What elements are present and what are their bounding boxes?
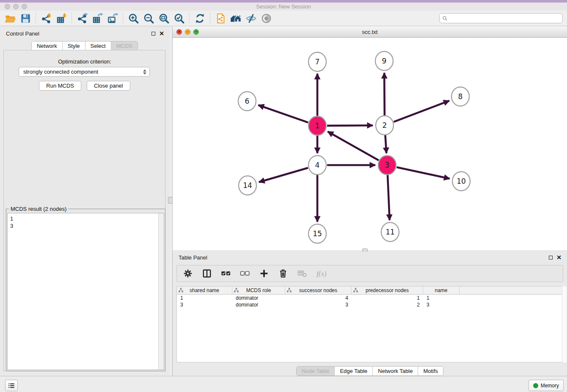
deselect-all-checks-button[interactable] <box>239 268 251 279</box>
column-header-shared-name[interactable]: shared name <box>177 287 232 294</box>
export-image-button[interactable] <box>105 11 120 25</box>
save-session-button[interactable] <box>18 11 33 25</box>
toggle-columns-icon <box>202 268 212 279</box>
zoom-fit-icon <box>158 13 170 24</box>
function-fx-disabled-button: f(x) <box>315 268 327 279</box>
import-table-button[interactable] <box>54 11 69 25</box>
tab-select[interactable]: Select <box>85 41 111 50</box>
graph-node-label: 10 <box>457 177 466 185</box>
column-header-successor-nodes[interactable]: successor nodes <box>285 287 352 294</box>
column-header-name[interactable]: name <box>423 287 460 294</box>
graph-node-label: 2 <box>383 121 387 130</box>
clone-network-icon <box>215 13 226 24</box>
clone-network-button[interactable] <box>213 11 228 25</box>
graph-edge-3-10[interactable] <box>396 167 449 179</box>
zoom-selected-button[interactable] <box>171 11 187 25</box>
svg-text:f(x): f(x) <box>317 270 326 278</box>
graph-node-label: 7 <box>315 58 320 66</box>
mcds-result-scrollbar[interactable] <box>158 213 164 370</box>
memory-status-icon <box>533 383 538 388</box>
table-row[interactable]: 3dominator323 <box>177 301 563 308</box>
toolbar-separator <box>36 12 36 24</box>
open-file-button[interactable] <box>3 11 18 25</box>
tab-network[interactable]: Network <box>32 41 63 50</box>
graph-edge-2-8[interactable] <box>394 101 449 122</box>
graph-edge-3-1[interactable] <box>328 132 379 160</box>
delete-rows-trash-icon <box>278 268 288 279</box>
graph-edge-2-3[interactable] <box>385 135 386 153</box>
vertical-splitter-handle[interactable] <box>168 197 173 204</box>
control-panel-title: Control Panel <box>6 30 39 37</box>
mcds-result-box[interactable]: 1 3 <box>7 213 164 370</box>
column-header-MCDS-role[interactable]: MCDS role <box>232 287 285 294</box>
table-cell: 3 <box>285 302 352 308</box>
home-button[interactable] <box>228 11 243 25</box>
mcds-result-group: MCDS result (2 nodes) 1 3 <box>6 209 165 371</box>
table-row[interactable]: 1dominator411 <box>177 295 563 301</box>
import-table-icon <box>56 13 67 24</box>
graph-edge-1-2[interactable] <box>327 125 373 126</box>
status-bar: Memory <box>0 376 567 392</box>
search-input[interactable] <box>449 15 562 22</box>
close-panel-button[interactable]: Close panel <box>87 81 130 91</box>
application-window: Session: New Session Control Panel ✕ Net… <box>0 0 567 392</box>
add-row-plus-icon <box>259 268 269 279</box>
export-network-button[interactable] <box>74 11 90 25</box>
zoom-fit-button[interactable] <box>156 11 171 25</box>
export-table-button[interactable] <box>90 11 105 25</box>
column-type-icon <box>234 288 239 293</box>
delete-table-disabled-button <box>296 268 308 279</box>
tab-node-table[interactable]: Node Table <box>297 367 335 375</box>
table-toolbar: f(x) <box>176 265 563 282</box>
network-view-titlebar: ✕ − + scc.txt <box>173 26 567 38</box>
apply-layout-button[interactable] <box>192 11 207 25</box>
delete-table-disabled-icon <box>297 268 307 279</box>
graph-edge-1-6[interactable] <box>258 105 308 122</box>
tab-mcds[interactable]: MCDS <box>111 41 138 50</box>
hide-panel-eye-button[interactable] <box>243 11 259 25</box>
eye-disabled-icon <box>261 13 272 24</box>
network-canvas[interactable]: 7968124314101511 <box>173 38 567 250</box>
graph-node-label: 11 <box>385 228 395 236</box>
select-all-checks-button[interactable] <box>220 268 232 279</box>
close-table-panel-icon[interactable]: ✕ <box>556 255 561 259</box>
memory-button[interactable]: Memory <box>528 380 564 391</box>
table-scrollbar[interactable] <box>562 286 567 362</box>
close-panel-icon[interactable]: ✕ <box>159 31 164 36</box>
home-icon <box>230 13 242 24</box>
tab-network-table[interactable]: Network Table <box>373 367 418 375</box>
table-cell: 1 <box>423 295 460 301</box>
run-mcds-button[interactable]: Run MCDS <box>39 81 81 91</box>
task-history-button[interactable] <box>5 380 18 391</box>
float-panel-icon[interactable] <box>151 32 155 36</box>
tab-style[interactable]: Style <box>63 41 85 50</box>
vertical-splitter[interactable] <box>169 26 173 376</box>
graph-edge-4-14[interactable] <box>259 168 308 182</box>
graph-edge-3-11[interactable] <box>388 175 390 220</box>
search-icon <box>442 16 448 21</box>
zoom-in-button[interactable] <box>126 11 141 25</box>
add-row-plus-button[interactable] <box>258 268 270 279</box>
import-network-button[interactable] <box>39 11 54 25</box>
table-tabs: Node TableEdge TableNetwork TableMotifs <box>173 366 567 376</box>
network-view-window: ✕ − + scc.txt 7968124314101511 <box>173 26 567 250</box>
open-file-icon <box>5 13 16 24</box>
graph-edge-2-9[interactable] <box>384 73 385 116</box>
tab-motifs[interactable]: Motifs <box>418 367 443 375</box>
search-box[interactable] <box>439 13 563 23</box>
table-panel: Table Panel ✕ f(x) shared nameMCDS roles… <box>173 252 567 376</box>
column-header-predecessor-nodes[interactable]: predecessor nodes <box>352 287 423 294</box>
toolbar-separator <box>123 12 123 24</box>
toolbar-separator <box>189 12 190 24</box>
criterion-select[interactable]: strongly connected component <box>19 67 150 77</box>
float-table-panel-icon[interactable] <box>549 256 553 259</box>
import-network-icon <box>41 13 52 24</box>
eye-disabled-button[interactable] <box>259 11 274 25</box>
tab-edge-table[interactable]: Edge Table <box>335 367 373 375</box>
toggle-columns-button[interactable] <box>201 268 213 279</box>
settings-gear-button[interactable] <box>182 268 194 279</box>
mcds-result-legend: MCDS result (2 nodes) <box>9 206 68 212</box>
zoom-selected-icon <box>173 13 185 24</box>
delete-rows-trash-button[interactable] <box>277 268 289 279</box>
zoom-out-button[interactable] <box>141 11 156 25</box>
